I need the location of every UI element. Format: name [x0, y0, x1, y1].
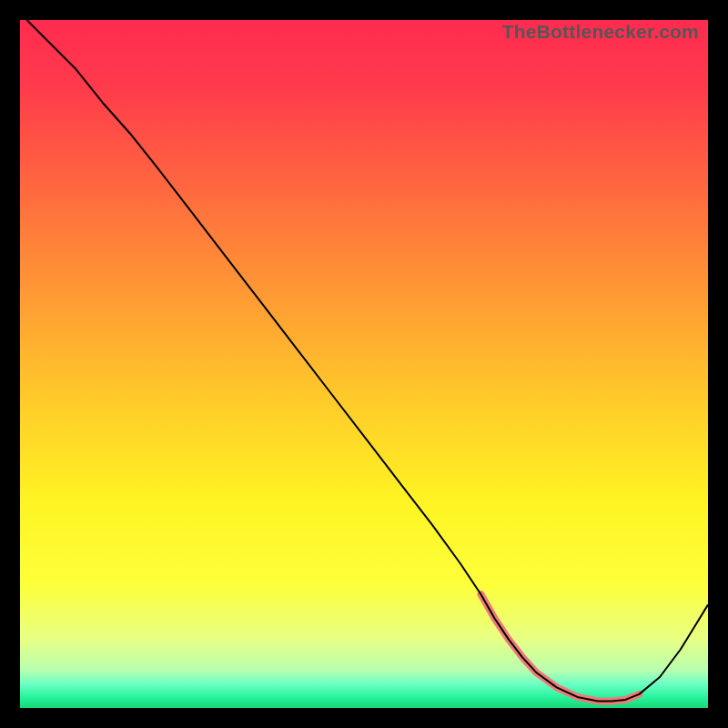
gradient-background	[20, 20, 708, 708]
chart-frame: TheBottlenecker.com	[20, 20, 708, 708]
bottleneck-chart	[20, 20, 708, 708]
watermark-text: TheBottlenecker.com	[502, 21, 699, 43]
